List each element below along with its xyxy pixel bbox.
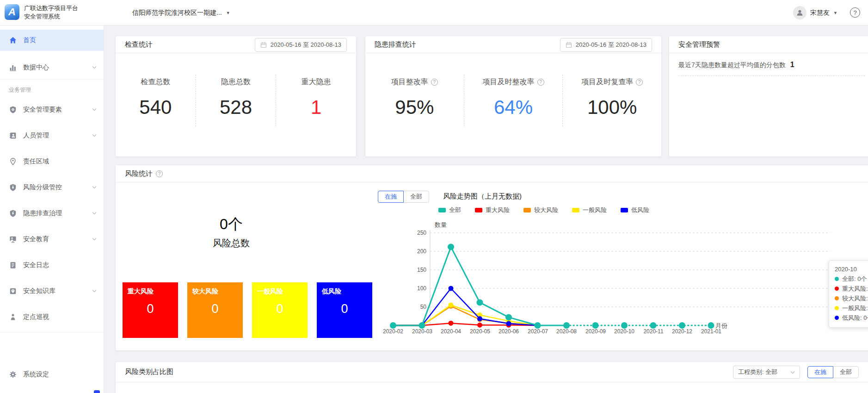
calendar-icon [566,42,572,48]
date-range-value: 2020-05-16 至 2020-08-13 [576,41,646,49]
sidebar-item-responsibility-area[interactable]: 责任区域 [0,149,104,175]
calendar-icon [260,42,267,48]
project-selector-label: 信阳师范学院淮河校区一期建... [132,9,222,17]
tooltip-row-text: 较大风险: 0个 [842,293,868,303]
sidebar: 首页 数据中心 业务管理 安全管理要素 [0,25,104,393]
tab-in-construction[interactable]: 在施 [807,366,833,378]
sidebar-item-label: 安全管理要素 [23,106,62,114]
stat-total-inspections: 检查总数 540 [116,77,196,126]
document-lines-icon [9,261,17,269]
tooltip-row: 较大风险: 0个 [835,293,868,303]
date-range-picker[interactable]: 2020-05-16 至 2020-08-13 [560,38,652,52]
card-title: 安全管理预警 [678,40,720,49]
tab-all[interactable]: 全部 [833,366,859,378]
lecture-board-icon [9,235,17,243]
sidebar-item-label: 风险分级管控 [23,183,62,192]
bar-chart-icon [9,63,17,72]
help-icon[interactable]: ? [537,79,544,86]
stat-value: 1 [276,96,356,119]
sidebar-item-label: 安全知识库 [23,287,55,295]
risk-statistics-card: 风险统计 ? 0个 风险总数 重大风险 0 较大风险 0 一般风险 0 低风险 … [116,165,868,350]
sidebar-item-label: 定点巡视 [23,313,49,321]
risk-category-ratio-card: 风险类别占比图 工程类别: 全部 在施 全部 [116,362,868,393]
help-icon[interactable]: ? [636,79,643,86]
sidebar-item-personnel[interactable]: 人员管理 [0,123,104,149]
stat-value: 64% [464,96,563,119]
chevron-down-icon [92,108,97,111]
chevron-down-icon: ▼ [226,11,230,15]
tooltip-row-text: 一般风险: 0个 [842,303,868,313]
stat-timely-rectification-rate: 项目及时整改率 ? 64% [464,77,563,126]
card-title: 隐患排查统计 [375,40,416,49]
shield-lightning-icon [9,209,17,218]
category-controls: 工程类别: 全部 在施 全部 [733,366,859,379]
stat-label: 检查总数 [116,77,196,87]
sidebar-item-fixed-patrol[interactable]: 定点巡视 [0,304,104,330]
tooltip-row: 低风险: 0个 [835,313,868,323]
gear-icon [9,370,17,379]
stat-major-hazards: 重大隐患 1 [276,77,356,126]
sidebar-item-safety-education[interactable]: 安全教育 [0,226,104,252]
brand-line1: 广联达数字项目平台 [24,4,78,12]
sidebar-item-knowledge-base[interactable]: 安全知识库 [0,278,104,304]
date-range-picker[interactable]: 2020-05-16 至 2020-08-13 [255,38,347,52]
chevron-down-icon: ▼ [833,11,837,15]
app-header: A 广联达数字项目平台 安全管理系统 信阳师范学院淮河校区一期建... ▼ 宋慧… [0,0,868,25]
sidebar-item-label: 数据中心 [23,63,49,72]
stat-rectification-rate: 项目整改率 ? 95% [365,77,464,126]
sidebar-item-label: 系统设定 [23,370,49,379]
category-scope-tabs: 在施 全部 [807,366,859,378]
sidebar-item-data-center[interactable]: 数据中心 [0,56,104,79]
tab-in-construction[interactable]: 在施 [378,191,404,203]
tooltip-row: 全部: 0个 [835,274,868,284]
stat-timely-review-rate: 项目及时复查率 ? 100% [563,77,661,126]
project-selector[interactable]: 信阳师范学院淮河校区一期建... ▼ [132,0,230,25]
tooltip-row-text: 低风险: 0个 [842,313,868,323]
hazard-investigation-card: 隐患排查统计 2020-05-16 至 2020-08-13 项目整改率 ? 9… [365,36,661,156]
brand-line2: 安全管理系统 [24,12,78,21]
chevron-down-icon [92,212,97,215]
cutoff-floating-element[interactable] [94,390,100,393]
series-dot [835,306,839,310]
stats-row: 项目整改率 ? 95% 项目及时整改率 ? 64% 项目及时复查率 ? 100 [365,77,661,126]
card-header: 安全管理预警 [669,36,868,53]
sidebar-item-safety-elements[interactable]: 安全管理要素 [0,97,104,123]
tooltip-row-text: 重大风险: 0个 [842,284,868,293]
stat-label: 项目整改率 [391,77,428,87]
user-name: 宋慧友 [810,9,830,17]
sidebar-section-label: 业务管理 [0,80,104,97]
sidebar-item-home[interactable]: 首页 [0,30,104,51]
card-title: 检查统计 [125,40,153,49]
warning-alert-text: 最近7天隐患数量超过平均值的分包数 [678,61,786,69]
sidebar-divider [0,332,104,332]
stat-value: 100% [563,96,661,119]
card-header: 隐患排查统计 2020-05-16 至 2020-08-13 [365,36,661,53]
app-logo: A [5,4,19,20]
sidebar-item-label: 安全日志 [23,261,49,269]
brand-title: 广联达数字项目平台 安全管理系统 [24,4,78,21]
project-type-select[interactable]: 工程类别: 全部 [733,366,800,379]
tooltip-row: 重大风险: 0个 [835,284,868,293]
series-dot [835,296,839,300]
avatar[interactable] [793,6,806,19]
sidebar-item-label: 人员管理 [23,131,49,140]
sidebar-item-safety-log[interactable]: 安全日志 [0,252,104,278]
stat-label: 重大隐患 [276,77,356,87]
card-title: 风险类别占比图 [125,368,173,376]
tooltip-row-text: 全部: 0个 [842,274,867,284]
sidebar-item-label: 隐患排查治理 [23,209,62,218]
risk-trend-line-chart[interactable] [116,165,868,350]
stat-total-hazards: 隐患总数 528 [196,77,276,126]
series-dot [835,316,839,320]
sidebar-item-hazard-treatment[interactable]: 隐患排查治理 [0,200,104,226]
stat-label: 项目及时复查率 [581,77,633,87]
user-menu[interactable]: 宋慧友 ▼ [810,0,837,25]
chevron-down-icon [92,289,97,293]
stat-value: 540 [116,96,196,119]
sidebar-item-settings[interactable]: 系统设定 [0,363,104,386]
sidebar-item-risk-control[interactable]: 风险分级管控 [0,175,104,200]
chevron-down-icon [92,66,97,69]
chevron-down-icon [92,237,97,241]
help-icon[interactable]: ? [850,7,860,18]
help-icon[interactable]: ? [431,79,438,86]
